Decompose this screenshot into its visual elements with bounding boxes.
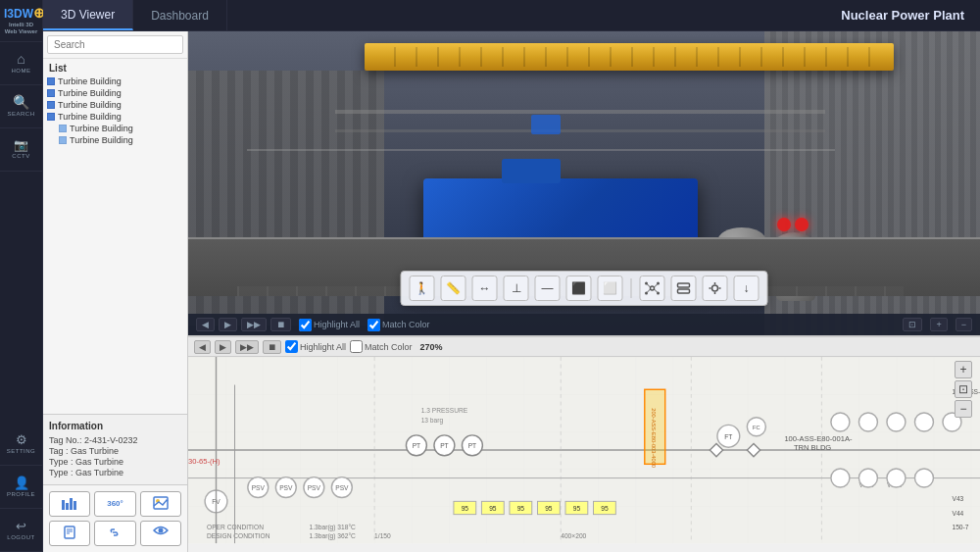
tool-measure[interactable]: 📏 [441, 276, 466, 301]
small-blue-element [531, 115, 561, 134]
toolbar-3d: 🚶 📏 ↔ ⊥ ― ⬛ ⬜ [401, 271, 768, 306]
icon-btn-chart[interactable] [49, 491, 90, 517]
svg-text:95: 95 [462, 505, 469, 512]
svg-rect-2 [70, 498, 73, 510]
status-btn-stop[interactable]: ⏹ [270, 318, 291, 331]
tree-box-icon [47, 101, 55, 109]
header-tabs: 3D Viewer Dashboard [43, 0, 227, 30]
search-input[interactable] [47, 35, 183, 54]
status-btn-fit[interactable]: ⊡ [903, 318, 922, 331]
pid-nav-back[interactable]: ◀ [194, 340, 211, 354]
sidebar-label-search: SEARCH [7, 111, 34, 117]
svg-line-18 [655, 284, 658, 287]
status-btn-zoom-in[interactable]: + [930, 318, 947, 331]
pid-match-check[interactable]: Match Color [350, 340, 413, 353]
sidebar-item-logout[interactable]: ↩ LOGOUT [0, 509, 43, 552]
svg-text:95: 95 [489, 505, 497, 512]
tool-layers2[interactable] [671, 276, 697, 301]
list-item[interactable]: Turbine Building [47, 87, 183, 99]
list-item[interactable]: Turbine Building [47, 134, 183, 146]
icon-btn-360[interactable]: 360° [94, 491, 135, 517]
list-item[interactable]: Turbine Building [47, 75, 183, 87]
svg-text:FT: FT [724, 433, 732, 440]
pid-highlight-input[interactable] [285, 340, 298, 353]
svg-point-23 [712, 285, 718, 291]
pid-nav-stop[interactable]: ⏹ [263, 340, 281, 354]
sidebar-item-home[interactable]: ⌂ HOME [0, 42, 43, 85]
svg-text:1/150: 1/150 [374, 532, 391, 539]
tool-network[interactable] [640, 276, 665, 301]
tree-box-icon [59, 136, 67, 144]
match-checkbox[interactable] [368, 319, 380, 331]
highlight-checkbox[interactable] [299, 319, 312, 331]
list-item[interactable]: Turbine Building [47, 111, 183, 123]
svg-text:100-ASS-E80-001A-: 100-ASS-E80-001A- [784, 434, 853, 443]
pipe-horizontal-2 [335, 129, 825, 132]
status-nav-controls: ◀ ▶ ▶▶ ⏹ [196, 318, 291, 331]
status-btn-next[interactable]: ▶ [219, 318, 237, 331]
icon-btn-eye[interactable] [140, 521, 181, 546]
svg-text:95: 95 [573, 505, 581, 512]
home-icon: ⌂ [17, 52, 24, 66]
list-item[interactable]: Turbine Building [47, 123, 183, 134]
tool-square[interactable]: ⬛ [566, 276, 592, 301]
svg-text:PT: PT [440, 442, 449, 449]
svg-point-83 [914, 413, 933, 431]
pid-nav: ◀ ▶ ▶▶ ⏹ Highlight All Match Color 270% [188, 337, 980, 357]
icon-btn-image[interactable] [140, 491, 181, 517]
tool-axis[interactable]: ⊥ [504, 276, 529, 301]
svg-text:PSV: PSV [252, 484, 266, 491]
tool-line[interactable]: ― [535, 276, 561, 301]
header: 3D Viewer Dashboard Nuclear Power Plant [43, 0, 980, 31]
sidebar-label-cctv: CCTV [12, 153, 29, 159]
list-item[interactable]: Turbine Building [47, 99, 183, 111]
icon-btn-doc[interactable] [49, 521, 90, 546]
pid-nav-fwd[interactable]: ▶ [215, 340, 231, 354]
pid-nav-play[interactable]: ▶▶ [235, 340, 259, 354]
svg-point-80 [831, 413, 850, 431]
sidebar-label-home: HOME [12, 68, 31, 74]
sidebar-item-cctv[interactable]: 📷 CCTV [0, 128, 43, 172]
svg-point-85 [831, 469, 850, 487]
sidebar-item-search[interactable]: 🔍 SEARCH [0, 85, 43, 128]
zoom-in-btn[interactable]: + [955, 361, 972, 378]
tab-dashboard[interactable]: Dashboard [133, 0, 227, 30]
pid-match-input[interactable] [350, 340, 363, 353]
sidebar-item-setting[interactable]: ⚙ SETTING [0, 423, 43, 466]
highlight-all-checkbox[interactable]: Highlight All [299, 319, 360, 331]
tool-cube[interactable]: ⬜ [598, 276, 623, 301]
tool-download2[interactable]: ↓ [734, 276, 760, 301]
info-type2: Type : Gas Turbine [49, 457, 181, 467]
svg-rect-3 [74, 501, 76, 510]
tool-person[interactable]: 🚶 [410, 276, 435, 301]
logo-subtitle: Intelli 3D Web Viewer [4, 22, 38, 34]
svg-text:V44: V44 [952, 510, 963, 517]
tool-expand[interactable]: ↔ [472, 276, 498, 301]
zoom-fit-btn[interactable]: ⊡ [955, 380, 972, 398]
status-btn-play[interactable]: ▶▶ [241, 318, 267, 331]
icon-btn-link[interactable] [94, 521, 135, 546]
pid-content: FV PSV PSV [188, 357, 980, 552]
highlight-label: Highlight All [314, 320, 360, 329]
pid-area: ◀ ▶ ▶▶ ⏹ Highlight All Match Color 270% [188, 335, 980, 552]
app-logo: I3DW⊕3 Intelli 3D Web Viewer [4, 6, 38, 35]
search-box [43, 31, 187, 59]
match-color-checkbox[interactable]: Match Color [368, 319, 430, 331]
svg-text:1.3 PRESSURE: 1.3 PRESSURE [421, 407, 468, 414]
svg-text:95: 95 [517, 505, 525, 512]
tree-list: Turbine Building Turbine Building Turbin… [43, 75, 187, 414]
svg-rect-1 [66, 503, 69, 510]
svg-point-11 [158, 528, 163, 533]
tab-3d-viewer[interactable]: 3D Viewer [43, 0, 133, 30]
pid-highlight-check[interactable]: Highlight All [285, 340, 346, 353]
status-btn-prev[interactable]: ◀ [196, 318, 215, 331]
right-area: 🚶 📏 ↔ ⊥ ― ⬛ ⬜ [188, 31, 980, 552]
status-btn-zoom-out[interactable]: − [956, 318, 972, 331]
zoom-out-btn[interactable]: − [955, 400, 972, 418]
tool-config[interactable] [703, 276, 728, 301]
info-title: Information [49, 421, 181, 431]
sidebar-item-profile[interactable]: 👤 PROFILE [0, 466, 43, 509]
svg-rect-6 [65, 527, 74, 538]
svg-point-88 [914, 469, 933, 487]
svg-text:FC: FC [753, 425, 760, 430]
